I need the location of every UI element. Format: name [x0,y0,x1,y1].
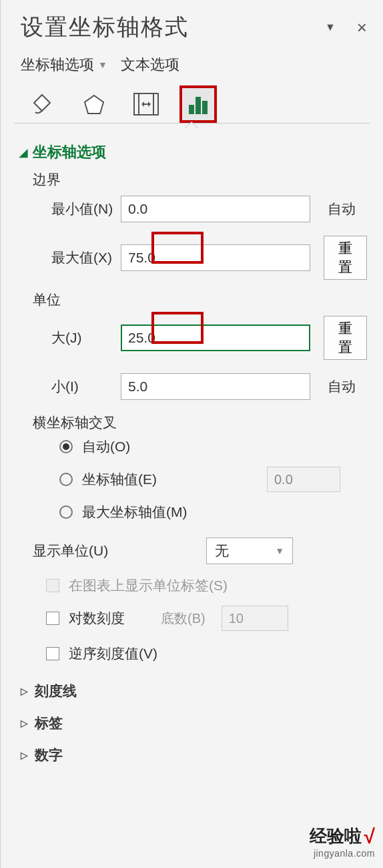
radio-auto-label: 自动(O) [82,437,130,456]
reverse-row[interactable]: 逆序刻度值(V) [33,638,367,675]
category-icons [1,79,383,123]
radio-max-axis-label: 最大坐标轴值(M) [82,503,187,521]
bounds-title: 边界 [33,166,367,189]
svg-rect-5 [196,97,201,114]
section-header-axis-options[interactable]: ◢ 坐标轴选项 [19,142,367,162]
svg-rect-6 [202,101,208,114]
section-header-label: 坐标轴选项 [33,142,106,162]
radio-icon [59,505,73,519]
radio-icon [59,473,73,486]
expand-icon: ▷ [21,686,28,696]
radio-axis-value-label: 坐标轴值(E) [82,470,157,489]
max-input[interactable] [121,244,310,271]
minor-auto-label: 自动 [328,377,356,396]
panel-title-row: 设置坐标轴格式 ▼ × [1,0,383,48]
radio-max-axis[interactable]: 最大坐标轴值(M) [33,497,367,527]
row-min: 最小值(N) 自动 [33,189,367,229]
show-unit-label-text: 在图表上显示单位标签(S) [69,576,228,595]
display-unit-value: 无 [215,541,229,560]
minor-input[interactable] [121,373,310,400]
expand-icon: ▷ [21,750,28,761]
log-base-label: 底数(B) [161,610,206,628]
log-scale-checkbox[interactable] [46,612,59,625]
reverse-label: 逆序刻度值(V) [69,644,157,663]
effects-icon[interactable] [75,85,113,123]
max-reset-button[interactable]: 重置 [324,236,367,280]
reverse-checkbox[interactable] [46,647,59,660]
section-number-label: 数字 [35,746,63,765]
major-label: 大(J) [33,329,121,347]
subtab-text-options[interactable]: 文本选项 [121,55,179,75]
format-axis-panel: 设置坐标轴格式 ▼ × 坐标轴选项 ▼ 文本选项 ◢ [0,0,383,868]
log-base-input [222,606,288,631]
collapse-icon: ◢ [19,146,27,159]
subtab-text-options-label: 文本选项 [121,55,179,75]
section-labels[interactable]: ▷ 标签 [1,707,383,739]
section-number[interactable]: ▷ 数字 [1,739,383,771]
tab-pointer [1,124,383,133]
radio-icon [59,440,73,453]
show-unit-label-row: 在图表上显示单位标签(S) [33,570,367,602]
expand-icon: ▷ [21,718,28,728]
log-scale-label: 对数刻度 [69,609,125,628]
panel-menu-dropdown-icon[interactable]: ▼ [325,21,336,33]
chevron-down-icon: ▼ [275,546,284,556]
section-ticks-label: 刻度线 [35,682,77,700]
watermark-url: jingyanla.com [310,848,375,859]
cross-title: 横坐标轴交叉 [33,407,367,432]
radio-axis-value[interactable]: 坐标轴值(E) [33,461,367,497]
section-labels-label: 标签 [35,714,63,732]
min-label: 最小值(N) [33,200,121,218]
fill-line-icon[interactable] [23,85,61,123]
axis-options-section: ◢ 坐标轴选项 边界 最小值(N) 自动 最大值(X) 重置 单位 大(J) 重… [1,133,383,675]
row-major: 大(J) 重置 [33,309,367,367]
svg-marker-0 [85,95,103,114]
panel-title: 设置坐标轴格式 [21,12,189,43]
display-unit-select[interactable]: 无 ▼ [206,537,293,564]
radio-auto[interactable]: 自动(O) [33,432,367,461]
subtab-axis-options-label: 坐标轴选项 [21,55,94,75]
major-reset-button[interactable]: 重置 [324,316,367,360]
row-minor: 小(I) 自动 [33,367,367,407]
section-ticks[interactable]: ▷ 刻度线 [1,675,383,707]
major-input[interactable] [121,324,310,351]
max-label: 最大值(X) [33,248,121,267]
minor-label: 小(I) [33,377,121,396]
show-unit-label-checkbox [46,579,59,592]
svg-rect-4 [189,105,194,114]
chevron-down-icon: ▼ [98,59,107,70]
min-auto-label: 自动 [328,200,356,218]
subtab-axis-options[interactable]: 坐标轴选项 ▼ [21,55,107,75]
size-properties-icon[interactable] [127,85,165,123]
min-input[interactable] [121,196,310,222]
watermark: 经验啦 √ jingyanla.com [310,825,375,859]
check-icon: √ [364,825,375,848]
subtabs: 坐标轴选项 ▼ 文本选项 [1,48,383,79]
axis-options-icon[interactable] [179,85,217,123]
display-unit-label: 显示单位(U) [33,541,206,560]
close-icon[interactable]: × [357,17,367,38]
watermark-text: 经验啦 [310,825,362,848]
display-unit-row: 显示单位(U) 无 ▼ [33,527,367,570]
axis-value-input [267,467,340,492]
units-title: 单位 [33,286,367,309]
row-max: 最大值(X) 重置 [33,229,367,286]
log-scale-row: 对数刻度 底数(B) [33,602,367,638]
